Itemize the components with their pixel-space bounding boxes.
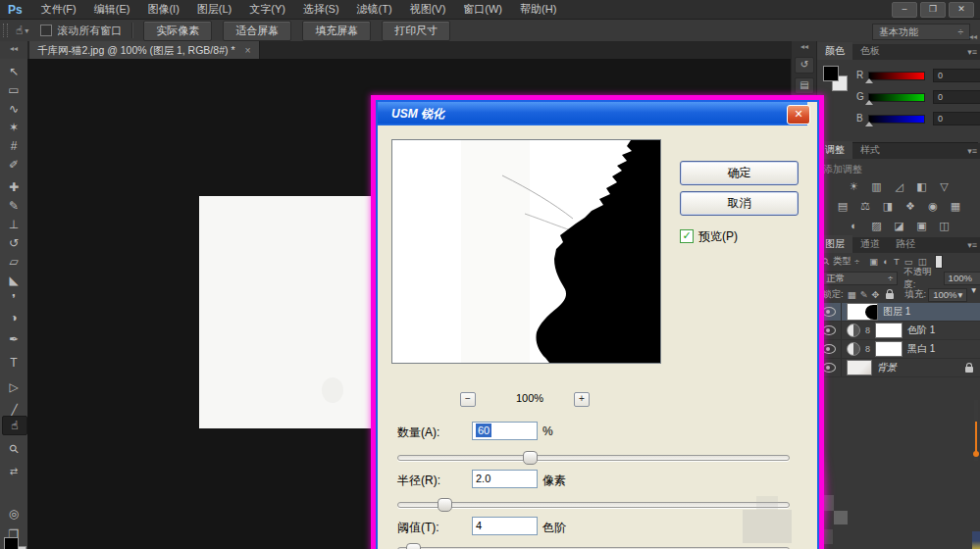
fit-screen-button[interactable]: 适合屏幕 [223, 21, 291, 41]
preview-zoom-in-button[interactable]: + [574, 392, 590, 407]
opacity-value[interactable]: 100%▾ [944, 272, 980, 285]
levels-icon[interactable]: ▥ [869, 180, 884, 193]
exposure-icon[interactable]: ◧ [914, 180, 929, 193]
scroll-all-windows-checkbox[interactable] [40, 25, 52, 36]
tool-preset-caret-icon[interactable]: ▾ [25, 26, 28, 35]
panel-menu-icon[interactable]: ▾≡ [967, 146, 977, 156]
amount-input[interactable]: 60 [472, 422, 538, 440]
channel-mixer-icon[interactable]: ◉ [926, 200, 941, 213]
toolbar-collapse-icon[interactable]: ◂◂ [0, 41, 28, 59]
clone-stamp-tool[interactable]: ⊥ [0, 216, 27, 233]
threshold-input[interactable]: 4 [472, 517, 538, 535]
lock-transparency-icon[interactable]: ▦ [848, 289, 856, 300]
print-size-button[interactable]: 打印尺寸 [382, 21, 450, 41]
visibility-eye-icon[interactable] [822, 307, 836, 317]
green-slider[interactable] [868, 93, 925, 102]
filter-adjustment-icon[interactable]: ◐ [883, 256, 889, 267]
lock-pixels-icon[interactable]: ✎ [860, 289, 868, 300]
restore-button[interactable]: ❐ [920, 2, 946, 18]
brush-tool[interactable]: ✎ [0, 197, 27, 215]
curves-icon[interactable]: ◿ [892, 180, 906, 193]
properties-panel-icon[interactable]: ▤ [795, 77, 814, 94]
marquee-tool[interactable]: ▭ [0, 81, 27, 99]
radius-slider[interactable] [397, 502, 790, 508]
red-slider[interactable] [868, 72, 925, 80]
radius-slider-thumb[interactable] [438, 498, 452, 512]
document-tab[interactable]: 千库网-猫2.jpg @ 100% (图层 1, RGB/8#) * × [29, 41, 260, 59]
dock-collapse-icon[interactable]: ◂◂ [792, 41, 817, 53]
layer-row-background[interactable]: 背景 [817, 359, 980, 377]
menu-layer[interactable]: 图层(L) [188, 2, 240, 17]
tab-color[interactable]: 颜色 [817, 42, 852, 60]
dialog-titlebar[interactable]: USM 锐化 [378, 102, 807, 125]
actual-pixels-button[interactable]: 实际像素 [143, 21, 212, 41]
vibrance-icon[interactable]: ▽ [937, 180, 952, 193]
posterize-icon[interactable]: ▨ [869, 220, 884, 232]
panel-menu-icon[interactable]: ▾≡ [967, 47, 977, 57]
scroll-indicator[interactable] [974, 400, 978, 461]
healing-brush-tool[interactable]: ✚ [0, 178, 27, 196]
green-slider-thumb[interactable] [865, 100, 873, 105]
menu-type[interactable]: 文字(Y) [240, 2, 294, 17]
tab-channels[interactable]: 通道 [852, 235, 888, 253]
lock-all-icon[interactable] [886, 293, 894, 299]
levels1-mask-thumbnail[interactable] [875, 323, 903, 338]
preview-checkbox[interactable]: ✓ [680, 229, 694, 243]
history-panel-icon[interactable]: ↺ [795, 57, 814, 74]
invert-icon[interactable]: ◐ [847, 220, 861, 232]
blue-slider[interactable] [868, 115, 925, 124]
preview-zoom-out-button[interactable]: − [460, 392, 476, 407]
move-tool[interactable]: ↖ [0, 63, 27, 80]
radius-input[interactable]: 2.0 [472, 470, 538, 488]
red-value[interactable]: 0 [933, 69, 980, 82]
layer1-thumbnail[interactable] [847, 303, 878, 321]
eraser-tool[interactable]: ▱ [0, 253, 27, 271]
threshold-icon[interactable]: ◪ [892, 220, 906, 232]
photo-filter-icon[interactable]: ❖ [903, 200, 918, 213]
filter-type-label[interactable]: 类型 [833, 255, 851, 268]
blackwhite1-name[interactable]: 黑白 1 [907, 342, 935, 356]
panel-collapse-icon[interactable]: ◂◂ [969, 32, 977, 41]
lock-position-icon[interactable]: ✥ [872, 289, 880, 300]
workspace-selector[interactable]: 基本功能 ÷ [872, 24, 970, 40]
color-lookup-icon[interactable]: ▦ [949, 200, 963, 213]
hue-saturation-icon[interactable]: ▤ [836, 200, 851, 213]
ok-button[interactable]: 确定 [680, 161, 799, 185]
hand-tool[interactable]: ☝ [2, 416, 27, 435]
zoom-tool[interactable]: ⚲ [0, 440, 27, 458]
tab-paths[interactable]: 路径 [888, 235, 923, 253]
gradient-map-icon[interactable]: ▣ [914, 220, 929, 232]
menu-edit[interactable]: 编辑(E) [85, 2, 139, 17]
brightness-contrast-icon[interactable]: ☀ [847, 180, 861, 193]
blend-mode-select[interactable]: 正常÷ [821, 272, 898, 285]
foreground-color-swatch[interactable] [4, 537, 19, 549]
visibility-eye-icon[interactable] [822, 325, 836, 335]
crop-tool[interactable]: # [0, 137, 27, 155]
menu-file[interactable]: 文件(F) [32, 2, 85, 17]
menu-image[interactable]: 图像(I) [138, 2, 187, 17]
menu-view[interactable]: 视图(V) [401, 2, 455, 17]
layer-row-levels1[interactable]: 8 色阶 1 [817, 322, 980, 340]
amount-slider-thumb[interactable] [523, 451, 538, 465]
layer-row-layer1[interactable]: 图层 1 [817, 303, 980, 322]
layer-row-blackwhite1[interactable]: 8 黑白 1 [817, 340, 980, 359]
magic-wand-tool[interactable]: ✶ [0, 119, 27, 136]
dialog-close-button[interactable]: ✕ [787, 105, 810, 125]
document-tab-close-icon[interactable]: × [244, 41, 250, 59]
filter-type-layer-icon[interactable]: T [894, 256, 900, 267]
green-value[interactable]: 0 [933, 90, 980, 104]
filter-pixel-icon[interactable]: ▣ [869, 256, 878, 267]
levels-adjustment-icon[interactable] [847, 324, 860, 337]
selective-color-icon[interactable]: ◫ [937, 220, 952, 232]
tab-styles[interactable]: 样式 [852, 141, 888, 159]
paint-bucket-tool[interactable]: ◣ [0, 272, 27, 289]
color-balance-icon[interactable]: ⚖ [858, 200, 873, 213]
background-thumbnail[interactable] [847, 360, 872, 375]
swap-colors-icon[interactable]: ⇄ [0, 463, 27, 480]
black-white-icon[interactable]: ◨ [881, 200, 896, 213]
layer1-name[interactable]: 图层 1 [883, 305, 910, 319]
eyedropper-tool[interactable]: ✐ [0, 156, 27, 174]
threshold-slider-thumb[interactable] [406, 543, 421, 549]
minimize-button[interactable]: – [892, 2, 917, 18]
fill-value[interactable]: 100%▾ [928, 288, 967, 302]
